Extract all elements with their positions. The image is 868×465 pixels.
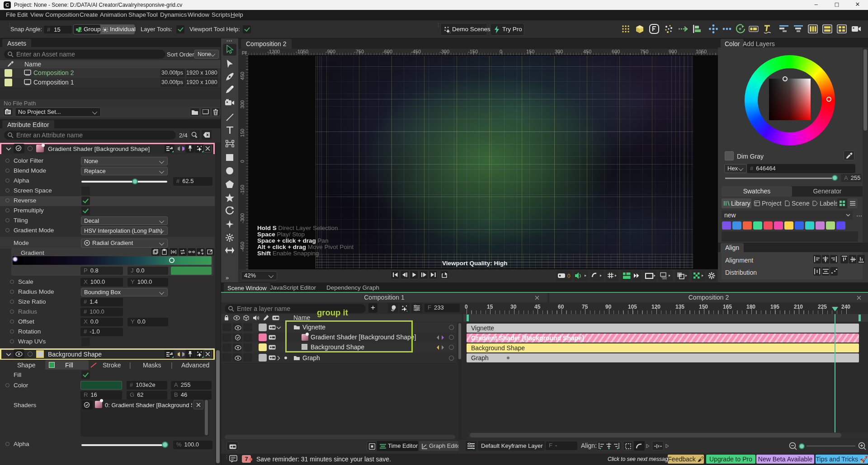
svg-text:0: 0	[567, 273, 571, 279]
